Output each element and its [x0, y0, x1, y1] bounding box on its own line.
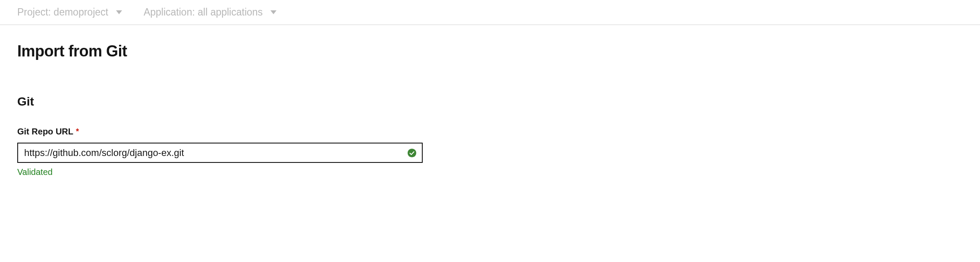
page-title: Import from Git [17, 42, 963, 60]
application-selector-label: Application: all applications [144, 6, 263, 18]
git-repo-url-label: Git Repo URL [17, 127, 73, 137]
git-repo-url-input[interactable] [17, 143, 423, 163]
git-repo-url-group: Git Repo URL * Validated [17, 127, 423, 177]
content-area: Import from Git Git Git Repo URL * Valid… [0, 25, 980, 177]
application-selector[interactable]: Application: all applications [144, 6, 276, 18]
git-repo-url-input-wrapper [17, 143, 423, 163]
caret-down-icon [270, 10, 276, 14]
project-selector-label: Project: demoproject [17, 6, 108, 18]
topbar: Project: demoproject Application: all ap… [0, 0, 980, 25]
validation-status: Validated [17, 167, 423, 177]
required-asterisk: * [76, 127, 79, 136]
validation-check-icon [407, 148, 417, 158]
section-title: Git [17, 95, 963, 109]
svg-point-0 [408, 148, 416, 157]
caret-down-icon [116, 10, 122, 14]
git-repo-url-label-row: Git Repo URL * [17, 127, 423, 137]
project-selector[interactable]: Project: demoproject [17, 6, 122, 18]
